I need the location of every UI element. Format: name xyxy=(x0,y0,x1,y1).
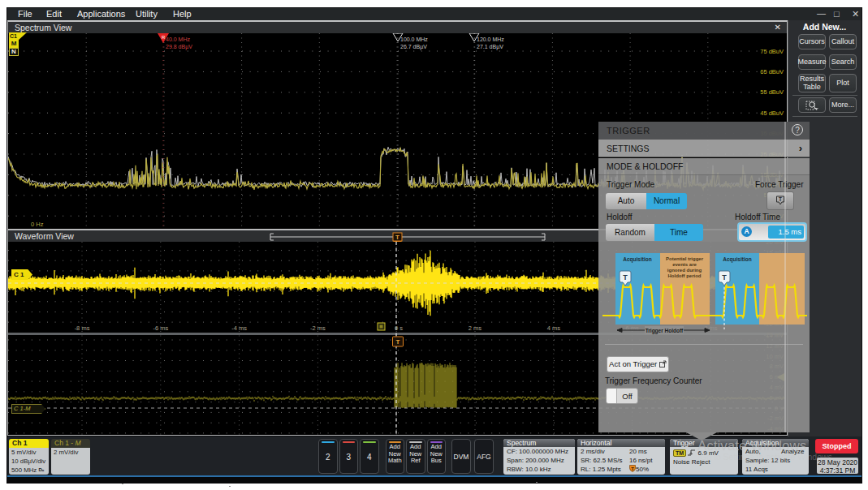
svg-text:29.8 dBµV: 29.8 dBµV xyxy=(166,44,192,50)
svg-text:120.0 MHz: 120.0 MHz xyxy=(477,37,504,42)
svg-text:T: T xyxy=(631,466,634,471)
svg-text:-6 ms: -6 ms xyxy=(153,325,168,332)
svg-text:65 dBuV: 65 dBuV xyxy=(760,68,784,75)
svg-text:2 ms: 2 ms xyxy=(469,325,482,332)
svg-text:Holdoff period: Holdoff period xyxy=(668,273,702,278)
svg-text:75 dBuV: 75 dBuV xyxy=(760,48,784,55)
svg-text:55 dBuV: 55 dBuV xyxy=(760,88,784,96)
svg-text:Acquisition: Acquisition xyxy=(623,256,651,263)
svg-text:27.1 dBµV: 27.1 dBµV xyxy=(477,44,503,50)
svg-text:0 s: 0 s xyxy=(395,325,403,332)
svg-text:-4 ms: -4 ms xyxy=(231,325,247,332)
svg-text:45 dBuV: 45 dBuV xyxy=(760,110,784,117)
svg-text:-8 ms: -8 ms xyxy=(75,325,90,332)
svg-text:T: T xyxy=(623,273,628,282)
svg-text:40.0 MHz: 40.0 MHz xyxy=(166,37,190,42)
svg-text:Trigger Holdoff: Trigger Holdoff xyxy=(646,328,684,334)
svg-text:26.7 dBµV: 26.7 dBµV xyxy=(400,44,427,50)
svg-text:ignored during: ignored during xyxy=(667,268,702,273)
svg-text:Potential trigger: Potential trigger xyxy=(666,256,704,261)
svg-text:-2 ms: -2 ms xyxy=(310,325,326,332)
svg-text:Acquisition: Acquisition xyxy=(723,256,751,263)
svg-text:T: T xyxy=(396,338,400,346)
svg-text:T: T xyxy=(779,196,782,202)
svg-text:4 ms: 4 ms xyxy=(547,325,561,332)
svg-text:T: T xyxy=(395,234,399,241)
svg-text:100.0 MHz: 100.0 MHz xyxy=(400,37,428,42)
svg-text:events are: events are xyxy=(672,262,697,267)
svg-text:T: T xyxy=(722,273,727,282)
